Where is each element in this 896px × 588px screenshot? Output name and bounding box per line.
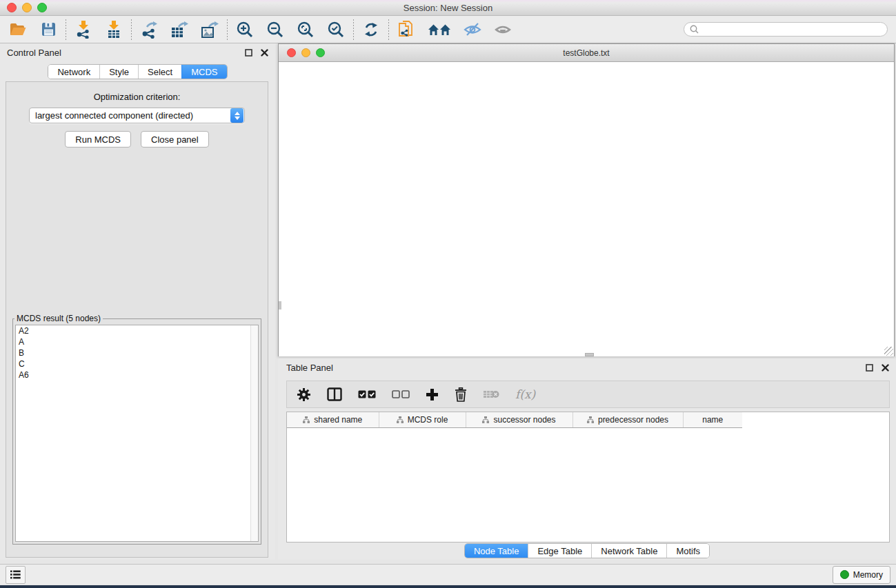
export-image-icon [201, 21, 219, 39]
tab-network-table[interactable]: Network Table [591, 544, 666, 558]
tab-motifs[interactable]: Motifs [666, 544, 709, 558]
show-eye-button[interactable] [493, 20, 512, 39]
open-session-button[interactable] [8, 20, 28, 39]
column-header-name[interactable]: name [683, 412, 742, 428]
export-image-button[interactable] [200, 20, 219, 39]
tab-edge-table[interactable]: Edge Table [528, 544, 591, 558]
delete-table-icon[interactable] [483, 389, 499, 400]
network-graph[interactable] [279, 62, 894, 356]
hide-graphics-details-button[interactable] [463, 20, 482, 39]
criterion-selected-value: largest connected component (directed) [30, 110, 230, 121]
function-builder-icon[interactable]: f(x) [515, 387, 535, 401]
import-table-button[interactable] [104, 20, 123, 39]
mcds-result-group: MCDS result (5 nodes) A2ABCA6 [12, 314, 261, 545]
save-session-button[interactable] [39, 20, 58, 39]
export-network-icon [140, 21, 158, 39]
list-icon [10, 570, 21, 579]
node-table-container[interactable]: shared nameMCDS rolesuccessor nodesprede… [286, 412, 890, 543]
toolbar-separator [131, 19, 132, 40]
column-header-shared-name[interactable]: shared name [287, 412, 379, 428]
zoom-out-button[interactable] [266, 20, 285, 39]
select-all-rows-icon[interactable] [358, 390, 376, 398]
main-toolbar [0, 16, 896, 43]
export-network-button[interactable] [139, 20, 159, 39]
mcds-tab-content: Optimization criterion: largest connecte… [6, 81, 268, 558]
delete-column-icon[interactable] [455, 387, 467, 402]
open-folder-icon [9, 22, 27, 37]
result-item-b[interactable]: B [16, 347, 258, 358]
toolbar-separator [66, 19, 66, 40]
memory-label: Memory [853, 570, 883, 580]
add-column-icon[interactable] [426, 388, 439, 401]
result-item-a2[interactable]: A2 [16, 325, 258, 336]
column-header-predecessor-nodes[interactable]: predecessor nodes [573, 412, 683, 428]
control-panel-header: Control Panel [0, 43, 275, 61]
close-panel-icon[interactable] [882, 364, 889, 372]
memory-status-icon [840, 570, 849, 579]
memory-button[interactable]: Memory [833, 566, 890, 584]
network-file-button[interactable] [397, 20, 416, 39]
column-type-icon [303, 416, 310, 423]
column-visibility-icon[interactable] [327, 387, 342, 401]
export-table-button[interactable] [170, 20, 189, 39]
home-layout-icon [428, 22, 451, 37]
zoom-fit-icon [297, 21, 315, 39]
import-table-icon [106, 21, 122, 39]
search-icon [690, 25, 699, 34]
search-input[interactable] [702, 24, 882, 35]
float-panel-icon[interactable] [866, 364, 873, 372]
canvas-vertical-scrollbar[interactable] [279, 301, 281, 310]
column-header-successor-nodes[interactable]: successor nodes [466, 412, 573, 428]
result-item-c[interactable]: C [16, 358, 258, 369]
network-canvas[interactable] [279, 62, 894, 356]
eye-icon [494, 22, 512, 37]
column-type-icon [587, 416, 594, 423]
toolbar-search-field[interactable] [684, 22, 888, 37]
home-layout-button[interactable] [427, 20, 452, 39]
column-type-icon [397, 416, 404, 423]
network-window-titlebar[interactable]: testGlobe.txt [279, 44, 894, 62]
mcds-result-list[interactable]: A2ABCA6 [15, 325, 259, 542]
zoom-in-icon [236, 21, 254, 39]
control-panel: Control Panel NetworkStyleSelectMCDS Opt… [0, 43, 275, 560]
tab-mcds[interactable]: MCDS [181, 65, 226, 79]
tab-node-table[interactable]: Node Table [465, 544, 528, 558]
zoom-selected-button[interactable] [326, 20, 346, 39]
window-resize-grip[interactable] [884, 347, 893, 356]
status-bar: Memory [0, 564, 896, 585]
network-file-icon [398, 20, 415, 39]
control-panel-title: Control Panel [7, 48, 61, 58]
table-toolbar: f(x) [286, 381, 890, 408]
eye-slash-icon [464, 22, 481, 37]
zoom-in-button[interactable] [235, 20, 255, 39]
network-view-window: testGlobe.txt [278, 43, 895, 356]
tab-select[interactable]: Select [138, 65, 181, 79]
optimization-criterion-label: Optimization criterion: [6, 92, 268, 102]
close-panel-icon[interactable] [261, 49, 268, 57]
tab-style[interactable]: Style [99, 65, 138, 79]
column-type-icon [482, 416, 489, 423]
table-panel-header: Table Panel [278, 358, 896, 376]
refresh-view-button[interactable] [361, 20, 381, 39]
import-network-button[interactable] [74, 20, 93, 39]
result-list-scrollbar[interactable] [250, 325, 258, 541]
settings-gear-icon[interactable] [297, 387, 311, 402]
criterion-dropdown[interactable]: largest connected component (directed) [29, 108, 245, 123]
toolbar-separator [353, 19, 354, 40]
run-mcds-button[interactable]: Run MCDS [65, 131, 131, 148]
result-item-a[interactable]: A [16, 336, 258, 347]
tab-network[interactable]: Network [48, 65, 99, 79]
result-item-a6[interactable]: A6 [16, 369, 258, 381]
zoom-out-icon [266, 21, 284, 39]
table-header-row: shared nameMCDS rolesuccessor nodesprede… [287, 412, 889, 428]
deselect-all-rows-icon[interactable] [392, 390, 410, 398]
close-panel-button[interactable]: Close panel [141, 131, 209, 148]
column-header-MCDS-role[interactable]: MCDS role [379, 412, 466, 428]
application-window: Session: New Session [0, 0, 896, 588]
float-panel-icon[interactable] [245, 49, 252, 57]
node-table: shared nameMCDS rolesuccessor nodesprede… [287, 412, 889, 428]
control-panel-tabs: NetworkStyleSelectMCDS [48, 64, 227, 79]
show-panel-list-button[interactable] [6, 566, 26, 584]
canvas-horizontal-scrollbar[interactable] [585, 353, 594, 356]
zoom-fit-button[interactable] [296, 20, 315, 39]
